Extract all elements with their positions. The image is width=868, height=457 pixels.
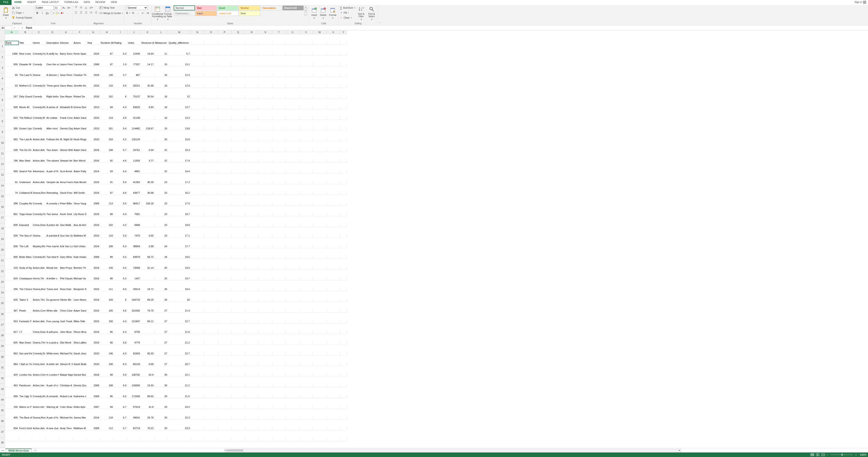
cell[interactable] <box>286 84 299 88</box>
cell[interactable]: Crawlspace <box>19 277 32 280</box>
row-header[interactable]: 7 <box>0 105 5 116</box>
cell[interactable] <box>286 394 299 398</box>
cell[interactable]: Action,Adv <box>32 180 46 184</box>
cell[interactable] <box>204 373 218 377</box>
cell[interactable]: 20 <box>154 138 168 142</box>
cell[interactable] <box>272 52 286 56</box>
cell[interactable] <box>245 116 258 120</box>
cell[interactable] <box>286 202 299 206</box>
cell[interactable]: 817 <box>5 330 19 334</box>
cell[interactable] <box>272 63 286 66</box>
cell[interactable]: An outlaw <box>46 116 59 120</box>
cell[interactable]: Comedy,Fa <box>32 212 46 216</box>
row-header[interactable]: 21 <box>0 255 5 266</box>
cell[interactable] <box>313 234 327 238</box>
cut-button[interactable]: Cut <box>12 5 32 10</box>
row-header[interactable]: 22 <box>0 266 5 277</box>
cell[interactable]: Barry Sonn <box>59 52 73 56</box>
cell[interactable]: Over the co <box>46 63 59 66</box>
cell[interactable]: A romantic <box>46 394 59 398</box>
cell[interactable] <box>204 116 218 120</box>
cell[interactable] <box>218 52 231 56</box>
cell[interactable] <box>204 41 218 45</box>
column-header[interactable]: Y <box>340 30 347 34</box>
cell[interactable]: 2016 <box>87 191 100 195</box>
cell[interactable]: Grown Ups <box>19 127 32 130</box>
cell[interactable]: 17.4 <box>168 159 191 163</box>
cell[interactable]: 130 <box>100 73 114 77</box>
cell[interactable] <box>258 416 272 420</box>
cell[interactable]: 8755 <box>127 330 141 334</box>
cell[interactable]: 12.3 <box>168 73 191 77</box>
cell[interactable]: 899 <box>5 394 19 398</box>
cell[interactable]: 538 <box>5 148 19 152</box>
cell[interactable]: 12435 <box>127 52 141 56</box>
cell[interactable]: 108 <box>100 148 114 152</box>
row-header[interactable]: 15 <box>0 191 5 202</box>
cell[interactable]: 2016 <box>87 95 100 98</box>
cell[interactable]: 2016 <box>87 84 100 88</box>
cell[interactable] <box>204 298 218 302</box>
cell[interactable]: Olivier Me <box>59 298 73 302</box>
cell[interactable]: Comedy,Ro <box>32 255 46 259</box>
cell[interactable]: 121847 <box>127 319 141 323</box>
cell[interactable]: 405 <box>5 416 19 420</box>
cell[interactable]: Drama,Rom <box>32 191 46 195</box>
tab-formulas[interactable]: FORMULAS <box>62 0 81 5</box>
gallery-up-button[interactable]: ▴ <box>304 5 307 9</box>
cell[interactable]: 987 <box>127 73 141 77</box>
cell[interactable] <box>299 95 313 98</box>
cell[interactable] <box>327 405 340 409</box>
cell[interactable]: 99 <box>100 373 114 377</box>
cell[interactable]: 2016 <box>87 159 100 163</box>
cell[interactable] <box>299 319 313 323</box>
cell[interactable]: 2014 <box>87 298 100 302</box>
cell[interactable]: 100702 <box>127 373 141 377</box>
cell[interactable]: Follows the <box>46 138 59 142</box>
align-bottom-button[interactable] <box>84 5 88 9</box>
cell[interactable]: 102 <box>100 95 114 98</box>
cell[interactable]: 5.7 <box>114 148 127 152</box>
cell[interactable] <box>340 244 347 248</box>
cell[interactable] <box>191 341 204 345</box>
cell[interactable] <box>5 437 19 441</box>
decrease-indent-button[interactable] <box>89 10 93 14</box>
row-header[interactable]: 34 <box>0 394 5 405</box>
number-format-select[interactable]: General <box>126 5 148 10</box>
cell[interactable]: Disaster M <box>19 63 32 66</box>
cell[interactable] <box>340 138 347 142</box>
cell[interactable] <box>286 212 299 216</box>
cell[interactable]: Action,Adv <box>32 138 46 142</box>
cell[interactable]: The Best of <box>19 416 32 420</box>
cell[interactable] <box>313 437 327 441</box>
cell[interactable] <box>141 73 154 77</box>
cell[interactable]: 22.1 <box>168 373 191 377</box>
cell[interactable]: 88 <box>100 277 114 280</box>
cell[interactable]: 2014 <box>87 416 100 420</box>
cell[interactable] <box>258 298 272 302</box>
align-left-button[interactable] <box>74 10 78 14</box>
cell[interactable]: Two down- <box>46 148 59 152</box>
cell[interactable]: 27 <box>154 341 168 345</box>
cell[interactable] <box>313 341 327 345</box>
cell[interactable] <box>218 362 231 366</box>
cell[interactable] <box>286 234 299 238</box>
find-select-button[interactable]: Find & Select▾ <box>367 5 376 21</box>
cell[interactable] <box>299 41 313 45</box>
cell[interactable]: Shia LaBeo <box>73 341 87 345</box>
cell[interactable] <box>272 116 286 120</box>
cell[interactable]: 2014 <box>87 170 100 173</box>
cell[interactable] <box>299 341 313 345</box>
cell[interactable]: Steven R. M <box>59 362 73 366</box>
cell[interactable]: A pair of fri <box>46 170 59 173</box>
row-header[interactable]: 23 <box>0 277 5 287</box>
cell[interactable] <box>313 309 327 313</box>
cell[interactable]: 826 <box>5 277 19 280</box>
cell[interactable] <box>313 116 327 120</box>
column-header[interactable]: N <box>191 30 204 34</box>
cell[interactable] <box>191 266 204 270</box>
cell[interactable]: Action,Com <box>32 309 46 313</box>
cell[interactable] <box>299 287 313 291</box>
cell[interactable] <box>286 73 299 77</box>
cell[interactable]: 1427 <box>127 277 141 280</box>
